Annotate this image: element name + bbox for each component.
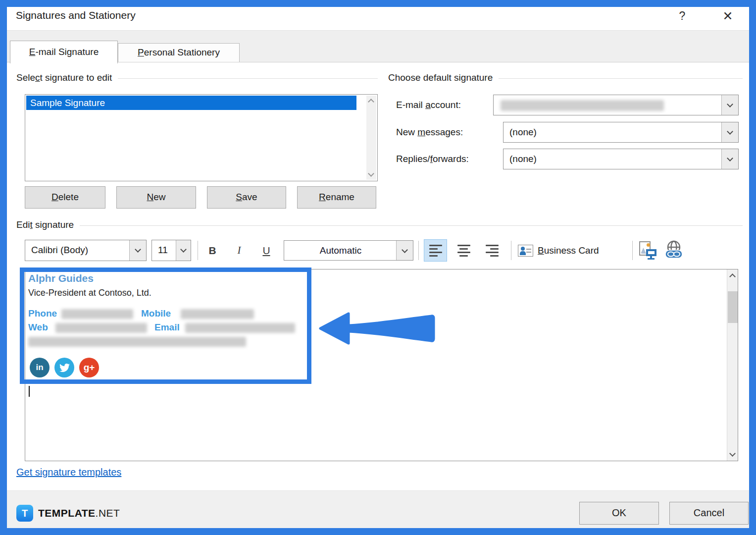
new-messages-select[interactable]: (none) (503, 122, 739, 143)
chevron-down-icon (727, 155, 733, 161)
email-account-dropdown-button[interactable] (721, 95, 738, 115)
ok-button[interactable]: OK (579, 502, 659, 525)
scroll-up-icon[interactable] (729, 273, 736, 280)
email-account-label: E-mail account: (396, 95, 461, 115)
chevron-down-icon (180, 246, 187, 253)
blurred-email-account-value (501, 100, 664, 111)
default-signature-label: Choose default signature (388, 72, 493, 83)
replies-forwards-label: Replies/forwards: (396, 149, 469, 169)
new-messages-dropdown-button[interactable] (721, 122, 738, 142)
align-left-icon (429, 245, 442, 257)
bold-button[interactable]: B (202, 241, 223, 260)
underline-button[interactable]: U (255, 241, 278, 260)
tab-personal-stationery[interactable]: Personal Stationery (118, 43, 240, 62)
template-logo-icon: T (16, 505, 33, 522)
select-signature-label: Select signature to edit (16, 72, 112, 83)
help-icon[interactable]: ? (673, 7, 691, 25)
business-card-icon (518, 245, 533, 257)
screenshot-frame: Signatures and Stationery ? ✕ E-mail Sig… (0, 0, 756, 535)
font-name-dropdown-button[interactable] (129, 240, 146, 261)
business-card-button[interactable]: Business Card (518, 240, 599, 261)
hyperlink-button[interactable] (663, 240, 684, 261)
chevron-down-icon (402, 247, 408, 253)
chevron-down-icon (727, 101, 733, 107)
new-button[interactable]: New (116, 186, 196, 209)
callout-arrow-left (318, 312, 436, 347)
toolbar-separator (198, 241, 198, 260)
rename-button[interactable]: Rename (297, 186, 376, 209)
replies-forwards-dropdown-button[interactable] (721, 149, 738, 169)
font-color-value: Automatic (284, 241, 397, 261)
chevron-down-icon (727, 128, 733, 135)
align-right-icon (486, 245, 499, 257)
dialog-title: Signatures and Stationery (16, 9, 136, 21)
toolbar-separator (418, 241, 419, 260)
group-divider (118, 78, 378, 79)
close-icon[interactable]: ✕ (719, 7, 737, 25)
align-left-button[interactable] (424, 239, 447, 262)
toolbar-separator (511, 241, 511, 260)
tab-email-signature[interactable]: E-mail Signature (10, 41, 118, 63)
align-center-icon (457, 245, 470, 257)
chevron-down-icon (135, 246, 141, 253)
signature-highlight-box (20, 268, 311, 384)
replies-forwards-select[interactable]: (none) (503, 149, 739, 169)
group-divider (499, 78, 743, 79)
edit-signature-group-label: Edit signature (16, 219, 743, 230)
text-cursor (29, 386, 30, 397)
edit-signature-label: Edit signature (16, 219, 74, 230)
signature-listbox[interactable]: Sample Signature (25, 94, 378, 181)
new-messages-label: New messages: (396, 122, 463, 143)
edit-area-scrollbar[interactable] (727, 269, 738, 461)
default-signature-group-label: Choose default signature (388, 72, 743, 83)
hyperlink-icon (663, 240, 684, 261)
list-item-sample-signature[interactable]: Sample Signature (26, 96, 356, 110)
align-right-button[interactable] (480, 239, 504, 262)
toolbar-separator (632, 241, 633, 260)
get-signature-templates-link[interactable]: Get signature templates (16, 467, 121, 478)
font-name-value: Calibri (Body) (31, 240, 88, 260)
save-button[interactable]: Save (207, 186, 286, 209)
cancel-button[interactable]: Cancel (669, 502, 749, 525)
select-signature-group-label: Select signature to edit (16, 72, 378, 83)
delete-button[interactable]: Delete (25, 186, 105, 209)
font-color-select[interactable]: Automatic (284, 240, 413, 261)
font-size-value: 11 (158, 240, 168, 260)
scroll-up-icon[interactable] (368, 99, 374, 105)
font-size-select[interactable]: 11 (151, 240, 191, 261)
scrollbar-thumb[interactable] (728, 291, 738, 323)
email-account-select[interactable] (493, 95, 739, 115)
font-name-select[interactable]: Calibri (Body) (25, 240, 147, 261)
replies-forwards-value: (none) (509, 149, 537, 169)
group-divider (80, 225, 743, 226)
font-color-dropdown-button[interactable] (396, 241, 413, 260)
align-center-button[interactable] (452, 239, 475, 262)
insert-picture-button[interactable] (638, 241, 657, 261)
scroll-down-icon[interactable] (729, 450, 736, 457)
font-size-dropdown-button[interactable] (176, 240, 191, 261)
template-logo-text: TEMPLATE.NET (38, 507, 120, 519)
new-messages-value: (none) (509, 122, 537, 142)
business-card-label: Business Card (538, 245, 599, 256)
italic-button[interactable]: I (228, 241, 250, 260)
template-net-logo: T TEMPLATE.NET (16, 505, 120, 522)
listbox-scrollbar[interactable] (366, 96, 376, 180)
scroll-down-icon[interactable] (368, 170, 374, 177)
